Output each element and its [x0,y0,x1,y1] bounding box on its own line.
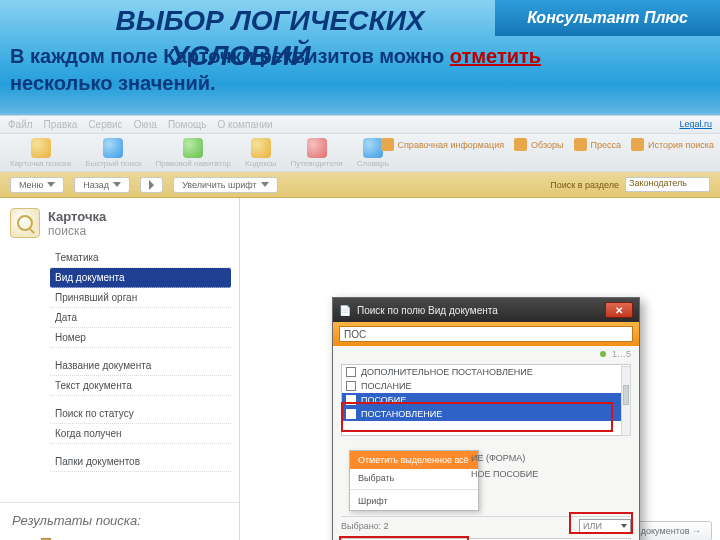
card-title: Карточка [48,209,106,224]
fld-received[interactable]: Когда получен [50,424,231,444]
tb-codex[interactable]: Кодексы [245,138,276,168]
fld-number[interactable]: Номер [50,328,231,348]
chip-hist[interactable]: История поиска [631,138,714,151]
btn-fwd[interactable] [140,177,163,193]
slide-lead-2: несколько значений. [10,72,216,95]
search-card-icon [10,208,40,238]
slide-title-line1: ВЫБОР ЛОГИЧЕСКИХ [110,6,430,35]
brand-badge: Консультант Плюс [495,0,720,36]
menu-window[interactable]: Окна [134,119,157,130]
fld-text[interactable]: Текст документа [50,376,231,396]
btn-zoom[interactable]: Увеличить шрифт [173,177,278,193]
section-select[interactable]: Законодатель [625,177,710,192]
build-list-button[interactable]: Построить список документов → [553,521,712,540]
menu-edit[interactable]: Правка [44,119,78,130]
toolbar-main: Карточка поиска Быстрый поиск Правовой н… [0,134,720,172]
fld-date[interactable]: Дата [50,308,231,328]
fld-doctype[interactable]: Вид документа [50,268,231,288]
tb-quick[interactable]: Быстрый поиск [85,138,141,168]
right-pane: Найдено 5 документов Построить список до… [240,198,720,540]
tree-row-root[interactable]: Законодательство [28,536,229,540]
app-window: Legal.ru Файл Правка Сервис Окна Помощь … [0,115,720,540]
fld-status[interactable]: Поиск по статусу [50,404,231,424]
label-search-section: Поиск в разделе [550,180,619,190]
fld-title[interactable]: Название документа [50,356,231,376]
chip-press[interactable]: Пресса [574,138,622,151]
menu-about[interactable]: О компании [218,119,273,130]
tb-guide[interactable]: Путеводители [290,138,342,168]
menu-help[interactable]: Помощь [168,119,207,130]
results-tree: Законодательство Правовые акты РФ (2) От… [28,536,229,540]
results-heading: Результаты поиска: [0,502,239,530]
found-note: Найдено 5 документов [508,504,712,515]
fld-organ[interactable]: Принявший орган [50,288,231,308]
legal-link[interactable]: Legal.ru [679,119,712,129]
chip-rev[interactable]: Обзоры [514,138,563,151]
tb-card[interactable]: Карточка поиска [10,138,71,168]
card-sub: поиска [48,224,106,238]
chip-ref[interactable]: Справочная информация [381,138,505,151]
slide-lead: В каждом поле Карточки реквизитов можно … [10,45,710,68]
tb-nav[interactable]: Правовой навигатор [155,138,231,168]
fld-theme[interactable]: Тематика [50,248,231,268]
menu-service[interactable]: Сервис [88,119,122,130]
menubar: Файл Правка Сервис Окна Помощь О компани… [0,116,720,134]
fields-list: Тематика Вид документа Принявший орган Д… [50,248,231,472]
fld-folders[interactable]: Папки документов [50,452,231,472]
menu-file[interactable]: Файл [8,119,33,130]
btn-back[interactable]: Назад [74,177,130,193]
left-pane: Карточка поиска Тематика Вид документа П… [0,198,240,540]
toolbar-nav: Меню Назад Увеличить шрифт Поиск в разде… [0,172,720,198]
btn-menu[interactable]: Меню [10,177,64,193]
